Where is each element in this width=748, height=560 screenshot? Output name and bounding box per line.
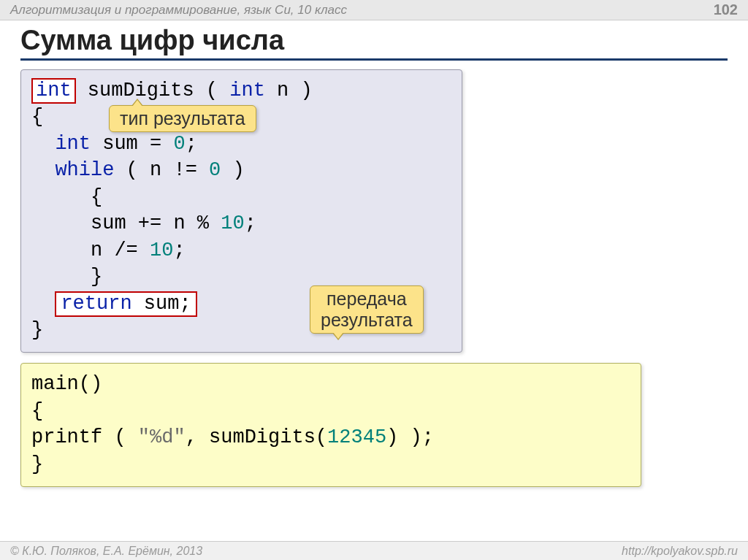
code-block-function: int sumDigits ( int n ) { int sum = 0; w… (20, 69, 462, 353)
code-line: n /= 10; (31, 237, 451, 264)
footer-url: http://kpolyakov.spb.ru (622, 545, 738, 558)
code-line: int sumDigits ( int n ) (31, 77, 451, 104)
code-line: printf ( "%d", sumDigits(12345) ); (31, 424, 630, 450)
callout-return-value: передача результата (310, 285, 424, 334)
header-bar: Алгоритмизация и программирование, язык … (0, 0, 748, 20)
slide-title: Сумма цифр числа (20, 25, 728, 61)
code-block-main: main() { printf ( "%d", sumDigits(12345)… (20, 363, 641, 487)
code-line: main() (31, 371, 630, 397)
code-line: while ( n != 0 ) (31, 157, 451, 183)
footer-copyright: © К.Ю. Поляков, Е.А. Ерёмин, 2013 (10, 545, 202, 558)
code-line: sum += n % 10; (31, 210, 451, 237)
code-line: } (31, 451, 630, 477)
slide-number: 102 (714, 1, 738, 18)
code-line: { (31, 398, 630, 424)
code-line: { (31, 184, 451, 210)
code-line: int sum = 0; (31, 131, 451, 157)
highlight-return-stmt: return sum; (55, 291, 196, 317)
callout-return-type: тип результата (109, 105, 256, 132)
header-title: Алгоритмизация и программирование, язык … (10, 3, 347, 18)
content-area: Сумма цифр числа int sumDigits ( int n )… (0, 20, 748, 487)
highlight-return-type: int (31, 78, 76, 104)
footer-bar: © К.Ю. Поляков, Е.А. Ерёмин, 2013 http:/… (0, 541, 748, 560)
